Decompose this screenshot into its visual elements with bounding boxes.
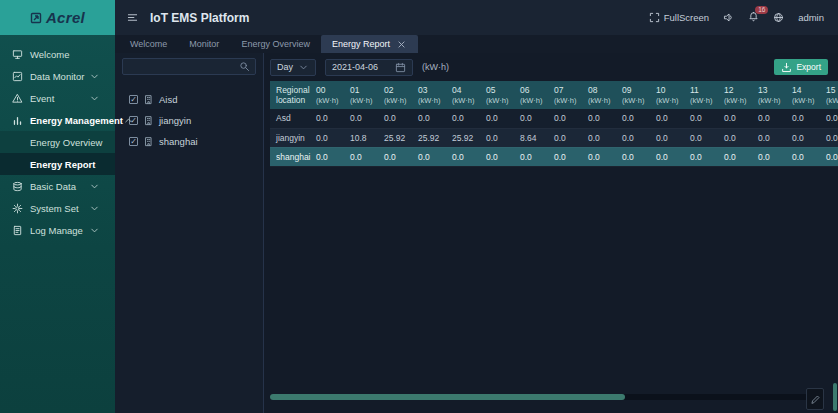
value-cell: 0.0 [514, 147, 548, 166]
value-cell: 0.0 [786, 109, 820, 128]
tree-item-shanghai[interactable]: ✓shanghai [129, 131, 256, 152]
logo-mark-icon [30, 12, 42, 24]
value-cell: 0.0 [650, 128, 684, 147]
column-header-hour: 00(kW·h) [310, 81, 344, 109]
column-header-hour: 13(kW·h) [752, 81, 786, 109]
sidebar-item-system-set[interactable]: System Set [0, 197, 115, 219]
value-cell: 0.0 [684, 109, 718, 128]
sidebar-item-energy-overview[interactable]: Energy Overview [0, 131, 115, 153]
value-cell: 0.0 [582, 109, 616, 128]
value-cell: 0.0 [752, 109, 786, 128]
row-name-cell: shanghai [270, 147, 310, 166]
sidebar-menu: WelcomeData MonitorEventEnergy Managemen… [0, 35, 115, 241]
sidebar-item-label: Event [30, 93, 54, 104]
sidebar-item-label: System Set [30, 203, 79, 214]
column-header-hour: 14(kW·h) [786, 81, 820, 109]
value-cell: 0.0 [752, 147, 786, 166]
tree-item-jiangyin[interactable]: ✓jiangyin [129, 110, 256, 131]
value-cell: 0.0 [582, 147, 616, 166]
chevron-down-icon [89, 93, 100, 104]
export-icon [781, 62, 792, 73]
feedback-button[interactable] [806, 388, 824, 410]
sidebar-item-energy-management[interactable]: Energy Management [0, 109, 115, 131]
search-icon[interactable] [239, 61, 250, 72]
value-cell: 0.0 [480, 109, 514, 128]
top-header: IoT EMS Platform FullScreen 16 admin [115, 0, 838, 35]
tab-energy-report[interactable]: Energy Report [321, 35, 418, 53]
brand-logo: Acrel [0, 0, 115, 35]
horizontal-scrollbar[interactable] [270, 394, 816, 400]
value-cell: 25.92 [446, 128, 480, 147]
tree-item-aisd[interactable]: ✓Aisd [129, 89, 256, 110]
tab-label: Monitor [189, 39, 219, 49]
value-cell: 0.0 [310, 128, 344, 147]
calendar-icon [395, 62, 406, 73]
value-cell: 0.0 [718, 109, 752, 128]
energy-report-table: Regionallocation00(kW·h)01(kW·h)02(kW·h)… [270, 81, 838, 167]
chevron-down-icon [298, 62, 309, 73]
value-cell: 0.0 [616, 109, 650, 128]
checkbox[interactable]: ✓ [129, 95, 138, 104]
period-select[interactable]: Day [270, 59, 316, 76]
unit-label: (kW·h) [422, 62, 449, 72]
vertical-scrollbar-thumb[interactable] [833, 383, 837, 411]
value-cell: 25.92 [378, 128, 412, 147]
tree-search-input[interactable] [128, 62, 239, 72]
value-cell: 0.0 [412, 109, 446, 128]
column-header-hour: 06(kW·h) [514, 81, 548, 109]
value-cell: 0.0 [480, 147, 514, 166]
sidebar-item-label: Welcome [30, 49, 69, 60]
column-header-hour: 09(kW·h) [616, 81, 650, 109]
user-menu[interactable]: admin [798, 12, 824, 23]
value-cell: 0.0 [684, 147, 718, 166]
sidebar-item-log-manage[interactable]: Log Manage [0, 219, 115, 241]
table-row-asd[interactable]: Asd0.00.00.00.00.00.00.00.00.00.00.00.00… [270, 109, 838, 128]
table-row-jiangyin[interactable]: jiangyin0.010.825.9225.9225.920.08.640.0… [270, 128, 838, 147]
column-header-hour: 12(kW·h) [718, 81, 752, 109]
sound-icon[interactable] [723, 12, 734, 23]
data-monitor-icon [12, 71, 23, 82]
value-cell: 0.0 [786, 147, 820, 166]
value-cell: 0.0 [548, 147, 582, 166]
checkbox[interactable]: ✓ [129, 137, 138, 146]
value-cell: 0.0 [446, 109, 480, 128]
close-icon[interactable] [396, 39, 407, 50]
notifications-button[interactable]: 16 [748, 11, 759, 24]
sidebar-item-label: Data Monitor [30, 71, 84, 82]
table-row-shanghai[interactable]: shanghai0.00.00.00.00.00.00.00.00.00.00.… [270, 147, 838, 166]
fullscreen-icon [649, 12, 660, 23]
horizontal-scrollbar-thumb[interactable] [270, 394, 625, 400]
energy-icon [12, 115, 23, 126]
sidebar-item-basic-data[interactable]: Basic Data [0, 175, 115, 197]
globe-icon[interactable] [773, 12, 784, 23]
sidebar-item-welcome[interactable]: Welcome [0, 43, 115, 65]
tab-energy-overview[interactable]: Energy Overview [230, 35, 321, 53]
value-cell: 0.0 [310, 109, 344, 128]
sidebar-item-energy-report[interactable]: Energy Report [0, 153, 115, 175]
page-title: IoT EMS Platform [150, 11, 249, 25]
tab-welcome[interactable]: Welcome [119, 35, 178, 53]
event-icon [12, 93, 23, 104]
building-icon [143, 136, 154, 147]
sidebar-item-label: Basic Data [30, 181, 76, 192]
value-cell: 0.0 [786, 128, 820, 147]
value-cell: 8.64 [514, 128, 548, 147]
column-header-hour: 02(kW·h) [378, 81, 412, 109]
hamburger-icon[interactable] [127, 12, 138, 23]
fullscreen-button[interactable]: FullScreen [649, 12, 709, 23]
column-header-hour: 05(kW·h) [480, 81, 514, 109]
sidebar-item-event[interactable]: Event [0, 87, 115, 109]
region-tree-panel: ✓Aisd✓jiangyin✓shanghai [115, 53, 264, 413]
value-cell: 0.0 [650, 147, 684, 166]
tab-label: Welcome [130, 39, 167, 49]
row-name-cell: jiangyin [270, 128, 310, 147]
sidebar-item-data-monitor[interactable]: Data Monitor [0, 65, 115, 87]
date-picker[interactable]: 2021-04-06 [325, 59, 413, 76]
sidebar-item-label: Energy Report [30, 159, 95, 170]
monitor-icon [12, 49, 23, 60]
tab-monitor[interactable]: Monitor [178, 35, 230, 53]
export-button[interactable]: Export [774, 59, 828, 75]
sidebar-item-label: Log Manage [30, 225, 83, 236]
building-icon [143, 115, 154, 126]
chevron-down-icon [89, 181, 100, 192]
